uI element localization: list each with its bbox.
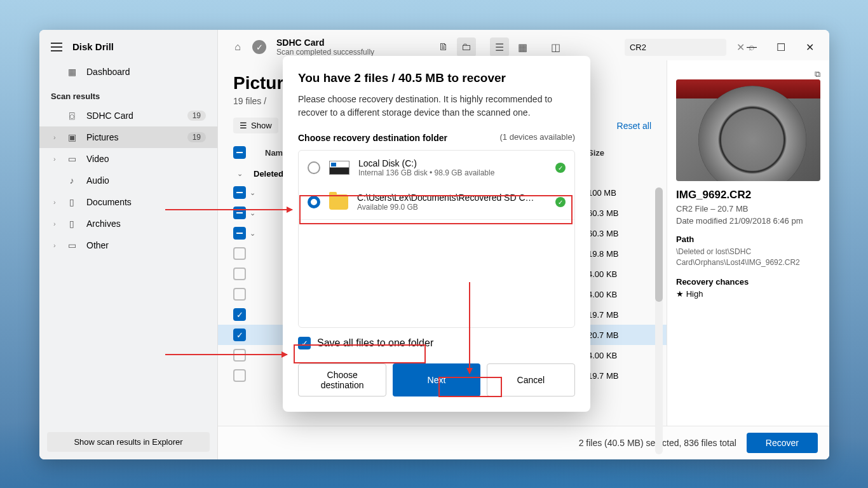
recovery-chances-label: Recovery chances	[676, 277, 820, 287]
row-checkbox[interactable]	[233, 288, 246, 301]
preview-image	[676, 79, 820, 181]
save-all-checkbox[interactable]: ✓	[298, 337, 311, 349]
radio-unselected[interactable]	[308, 161, 320, 174]
status-check-icon: ✓	[252, 40, 266, 54]
audio-icon: ♪	[66, 175, 78, 186]
picture-icon: ▣	[66, 132, 78, 142]
dest-subtitle: Available 99.0 GB	[357, 203, 546, 212]
chevron-down-icon[interactable]: ⌄	[250, 229, 262, 238]
recovery-chances-value: ★ High	[676, 289, 820, 299]
destination-section-label: Choose recovery destination folder	[298, 133, 447, 143]
video-icon: ▭	[66, 154, 78, 164]
sidebar-item-pictures[interactable]: › ▣ Pictures 19	[39, 126, 217, 148]
chevron-down-icon[interactable]: ⌄	[237, 170, 250, 178]
save-all-label: Save all files to one folder	[317, 337, 433, 349]
panel-toggle-icon[interactable]: ◫	[546, 37, 565, 57]
sidebar-item-other[interactable]: › ▭ Other	[39, 234, 217, 256]
destination-item-local[interactable]: Local Disk (C:) Internal 136 GB disk • 9…	[299, 151, 574, 185]
sidebar-item-label: Documents	[86, 197, 132, 207]
chevron-down-icon[interactable]: ⌄	[250, 209, 262, 217]
search-box[interactable]: ✕ ⌕	[625, 39, 726, 56]
sidebar-item-audio[interactable]: ♪ Audio	[39, 170, 217, 191]
drive-icon: ⌼	[66, 111, 78, 121]
sidebar-item-label: Video	[86, 154, 109, 164]
bottom-bar: 2 files (40.5 MB) selected, 836 files to…	[218, 426, 829, 459]
sidebar-item-sdhc[interactable]: ⌼ SDHC Card 19	[39, 105, 217, 126]
modal-subtitle: Please choose recovery destination. It i…	[298, 93, 575, 119]
close-button[interactable]: ✕	[801, 38, 819, 56]
chevron-down-icon[interactable]: ⌄	[250, 189, 262, 197]
scrollbar-thumb[interactable]	[655, 187, 663, 302]
recover-button[interactable]: Recover	[747, 433, 818, 453]
preview-path: \Deleted or lost\SDHC Card\Orphans\Lost4…	[676, 247, 820, 268]
row-checkbox[interactable]	[233, 369, 246, 382]
file-view-icon[interactable]: 🗎	[434, 37, 453, 57]
modal-title: You have 2 files / 40.5 MB to recover	[298, 71, 575, 85]
sidebar-section-label: Scan results	[39, 85, 217, 105]
sidebar: Disk Drill ▦ Dashboard Scan results ⌼ SD…	[39, 30, 218, 459]
header-subtitle: Scan completed successfully	[276, 48, 374, 57]
disk-icon	[329, 161, 349, 175]
sidebar-item-label: Audio	[86, 175, 109, 186]
row-checkbox[interactable]	[233, 186, 246, 199]
row-checkbox[interactable]	[233, 247, 246, 260]
dest-title: Local Disk (C:)	[358, 158, 546, 168]
row-checkbox[interactable]: ✓	[233, 308, 246, 321]
document-icon: ▯	[66, 197, 78, 207]
external-link-icon[interactable]: ⧉	[815, 69, 820, 79]
path-label: Path	[676, 234, 820, 244]
minimize-button[interactable]: —	[743, 38, 761, 56]
row-checkbox[interactable]	[233, 207, 246, 219]
sidebar-item-archives[interactable]: › ▯ Archives	[39, 213, 217, 234]
sidebar-item-video[interactable]: › ▭ Video	[39, 148, 217, 170]
chevron-right-icon: ›	[53, 198, 56, 206]
row-checkbox[interactable]	[233, 268, 246, 280]
chevron-right-icon: ›	[53, 220, 56, 227]
hamburger-icon[interactable]	[51, 43, 62, 51]
destination-item-folder[interactable]: C:\Users\Lex\Documents\Recovered SD C… A…	[299, 185, 574, 219]
home-button[interactable]: ⌂	[228, 37, 247, 57]
next-button[interactable]: Next	[393, 363, 480, 396]
search-input[interactable]	[630, 43, 736, 52]
recovery-modal: You have 2 files / 40.5 MB to recover Pl…	[283, 56, 590, 412]
select-all-checkbox[interactable]	[233, 146, 246, 159]
grid-icon: ▦	[66, 67, 78, 77]
row-checkbox[interactable]	[233, 349, 246, 362]
sidebar-item-dashboard[interactable]: ▦ Dashboard	[39, 61, 217, 83]
app-title: Disk Drill	[72, 41, 114, 52]
row-checkbox[interactable]: ✓	[233, 329, 246, 341]
preview-filetype: CR2 File – 20.7 MB	[676, 204, 820, 214]
count-badge: 19	[187, 132, 206, 142]
sidebar-item-label: Archives	[86, 219, 121, 229]
sidebar-item-label: Other	[86, 240, 109, 250]
maximize-button[interactable]: ☐	[772, 38, 790, 56]
radio-selected[interactable]	[308, 196, 320, 208]
dest-subtitle: Internal 136 GB disk • 98.9 GB available	[358, 168, 546, 177]
list-view-icon[interactable]: ☰	[490, 37, 509, 57]
folder-icon	[329, 194, 348, 210]
group-label: Deleted	[254, 169, 283, 179]
row-checkbox[interactable]	[233, 227, 246, 240]
chevron-right-icon: ›	[53, 241, 56, 249]
choose-destination-button[interactable]: Choose destination	[298, 363, 386, 396]
archive-icon: ▯	[66, 219, 78, 229]
cancel-button[interactable]: Cancel	[487, 363, 575, 396]
other-icon: ▭	[66, 240, 78, 250]
show-in-explorer-button[interactable]: Show scan results in Explorer	[47, 432, 210, 452]
folder-view-icon[interactable]: 🗀	[457, 37, 476, 57]
reset-all-link[interactable]: Reset all	[617, 121, 651, 131]
grid-view-icon[interactable]: ▦	[513, 37, 532, 57]
scrollbar[interactable]	[655, 187, 663, 454]
sidebar-item-label: Dashboard	[86, 67, 130, 77]
preview-modified: Date modified 21/09/2018 6:46 pm	[676, 216, 820, 226]
size-column-header[interactable]: Size	[588, 148, 651, 158]
sidebar-item-label: Pictures	[86, 132, 119, 142]
show-filter-button[interactable]: ☰ Show	[233, 118, 278, 133]
chevron-right-icon: ›	[53, 155, 56, 163]
devices-available: (1 devices available)	[499, 132, 575, 142]
sidebar-item-documents[interactable]: › ▯ Documents	[39, 191, 217, 213]
dest-title: C:\Users\Lex\Documents\Recovered SD C…	[357, 193, 546, 203]
count-badge: 19	[187, 111, 206, 121]
destination-list: Local Disk (C:) Internal 136 GB disk • 9…	[298, 150, 575, 328]
check-icon: ✓	[555, 197, 566, 207]
